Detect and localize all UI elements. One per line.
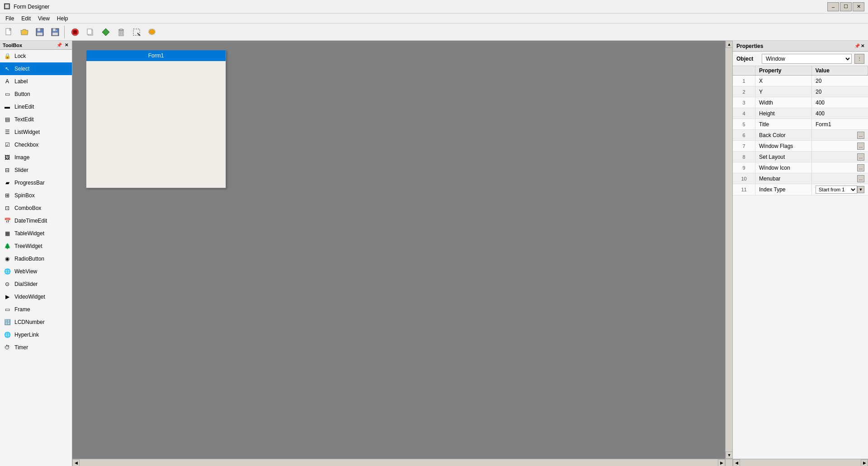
prop-name-10: Index Type <box>755 184 812 195</box>
toolbox-icon-checkbox: ☑ <box>4 141 11 148</box>
toolbox-item-textedit[interactable]: ▤TextEdit <box>0 113 72 126</box>
prop-btn-5[interactable]: … <box>857 132 864 139</box>
toolbox-icon-datetimeedit: 📅 <box>4 217 11 224</box>
form-preview[interactable]: Form1 <box>86 50 226 188</box>
toolbox-label-webview: WebView <box>14 268 37 275</box>
properties-close-btn[interactable]: ✕ <box>861 43 864 48</box>
toolbox-label-label: Label <box>14 78 28 85</box>
prop-value-8[interactable]: … <box>812 162 868 173</box>
h-scrollbar[interactable]: ◀ ▶ <box>72 459 725 466</box>
toolbox-icon-slider: ⊟ <box>4 166 11 174</box>
toolbox-item-frame[interactable]: ▭Frame <box>0 303 72 316</box>
delete-button[interactable] <box>114 25 128 39</box>
toolbox-label-treewidget: TreeWidget <box>14 243 42 249</box>
save-as-button[interactable]: + <box>48 25 62 39</box>
toolbox-item-tablewidget[interactable]: ▦TableWidget <box>0 227 72 240</box>
toolbox-icon-combobox: ⊡ <box>4 204 11 212</box>
properties-title: Properties <box>736 43 763 49</box>
object-select[interactable]: Window <box>762 54 852 64</box>
copy-button[interactable] <box>83 25 98 39</box>
prop-value-6[interactable]: … <box>812 141 868 151</box>
widget-button[interactable] <box>99 25 113 39</box>
toolbox-item-spinbox[interactable]: ⊞SpinBox <box>0 189 72 202</box>
close-button[interactable]: ✕ <box>853 2 864 11</box>
toolbox-item-listwidget[interactable]: ☰ListWidget <box>0 126 72 138</box>
settings-button[interactable] <box>145 25 159 39</box>
scroll-right-btn[interactable]: ▶ <box>718 459 725 466</box>
maximize-button[interactable]: ☐ <box>840 2 852 11</box>
prop-h-track[interactable] <box>740 459 861 466</box>
toolbox-item-videowidget[interactable]: ▶VideoWidget <box>0 290 72 303</box>
toolbox-item-treewidget[interactable]: 🌲TreeWidget <box>0 240 72 252</box>
toolbox-item-checkbox[interactable]: ☑Checkbox <box>0 138 72 151</box>
toolbox-item-radiobutton[interactable]: ◉RadioButton <box>0 252 72 265</box>
svg-rect-7 <box>52 33 58 35</box>
toolbox-label-checkbox: Checkbox <box>14 142 38 148</box>
toolbox-item-dialslider[interactable]: ⊙DialSlider <box>0 278 72 290</box>
prop-value-text-2: 400 <box>816 100 825 106</box>
prop-row-back-color: 6 Back Color … <box>733 130 868 141</box>
toolbox-icon-listwidget: ☰ <box>4 128 11 136</box>
prop-value-5[interactable]: … <box>812 130 868 140</box>
prop-btn-6[interactable]: … <box>857 143 864 150</box>
toolbox-item-lineedit[interactable]: ▬LineEdit <box>0 100 72 113</box>
toolbox-item-select[interactable]: ↖Select <box>0 62 72 75</box>
toolbox-icon-image: 🖼 <box>4 154 11 161</box>
v-scrollbar[interactable]: ▲ ▼ <box>725 41 732 459</box>
minimize-button[interactable]: – <box>827 2 839 11</box>
prop-scroll-right[interactable]: ▶ <box>861 459 868 466</box>
properties-pin-btn[interactable]: 📌 <box>854 43 860 48</box>
menu-help[interactable]: Help <box>53 14 72 23</box>
prop-btn-9[interactable]: … <box>857 175 864 182</box>
scroll-left-btn[interactable]: ◀ <box>72 459 80 466</box>
prop-value-10[interactable]: Start from 1▼ <box>812 184 868 195</box>
toolbox-icon-tablewidget: ▦ <box>4 230 11 237</box>
toolbox-item-label[interactable]: ALabel <box>0 75 72 88</box>
toolbox-item-lcdnumber[interactable]: 🔢LCDNumber <box>0 316 72 328</box>
toolbox-item-combobox[interactable]: ⊡ComboBox <box>0 202 72 214</box>
save-button[interactable] <box>33 25 47 39</box>
toolbox-pin-btn[interactable]: 📌 <box>56 43 63 48</box>
menu-edit[interactable]: Edit <box>18 14 34 23</box>
menu-file[interactable]: File <box>2 14 18 23</box>
prop-name-5: Back Color <box>755 130 812 140</box>
prop-index-4: 5 <box>733 119 755 129</box>
prop-value-text-1: 20 <box>816 89 821 95</box>
prop-btn-10[interactable]: ▼ <box>857 186 864 193</box>
toolbox-item-webview[interactable]: 🌐WebView <box>0 265 72 278</box>
scroll-up-btn[interactable]: ▲ <box>726 41 732 48</box>
prop-value-9[interactable]: … <box>812 173 868 184</box>
h-scroll-track[interactable] <box>80 459 718 466</box>
toolbox-close-btn[interactable]: ✕ <box>64 43 69 48</box>
prop-btn-8[interactable]: … <box>857 164 864 171</box>
properties-header-controls: 📌 ✕ <box>854 43 864 48</box>
svg-rect-14 <box>119 31 123 36</box>
new-button[interactable] <box>2 25 16 39</box>
svg-text:+: + <box>56 29 57 32</box>
prop-col-index <box>733 66 755 75</box>
open-button[interactable] <box>17 25 32 39</box>
toolbox-item-progressbar[interactable]: ▰ProgressBar <box>0 176 72 189</box>
form-body[interactable] <box>86 61 226 188</box>
prop-btn-7[interactable]: … <box>857 153 864 161</box>
object-settings-btn[interactable]: ⋮ <box>854 54 864 64</box>
toolbox-item-button[interactable]: ▭Button <box>0 88 72 100</box>
toolbox-item-timer[interactable]: ⏱Timer <box>0 341 72 354</box>
toolbox-item-image[interactable]: 🖼Image <box>0 151 72 164</box>
toolbox-label-datetimeedit: DateTimeEdit <box>14 218 47 224</box>
prop-bottom-scrollbar[interactable]: ◀ ▶ <box>733 459 868 466</box>
stop-button[interactable] <box>68 25 82 39</box>
prop-value-7[interactable]: … <box>812 152 868 162</box>
canvas-area[interactable]: Form1 ◀ ▶ ▲ ▼ <box>72 41 732 466</box>
toolbox-item-lock[interactable]: 🔒Lock <box>0 50 72 62</box>
v-scroll-track[interactable] <box>726 48 732 452</box>
toolbox-item-datetimeedit[interactable]: 📅DateTimeEdit <box>0 214 72 227</box>
toolbox-item-slider[interactable]: ⊟Slider <box>0 164 72 176</box>
scroll-down-btn[interactable]: ▼ <box>726 452 732 459</box>
menu-view[interactable]: View <box>34 14 53 23</box>
select-region-button[interactable] <box>129 25 144 39</box>
prop-scroll-left[interactable]: ◀ <box>733 459 740 466</box>
toolbox-item-hyperlink[interactable]: 🌐HyperLink <box>0 328 72 341</box>
prop-value-select-10[interactable]: Start from 1 <box>816 185 857 194</box>
prop-name-9: Menubar <box>755 173 812 184</box>
